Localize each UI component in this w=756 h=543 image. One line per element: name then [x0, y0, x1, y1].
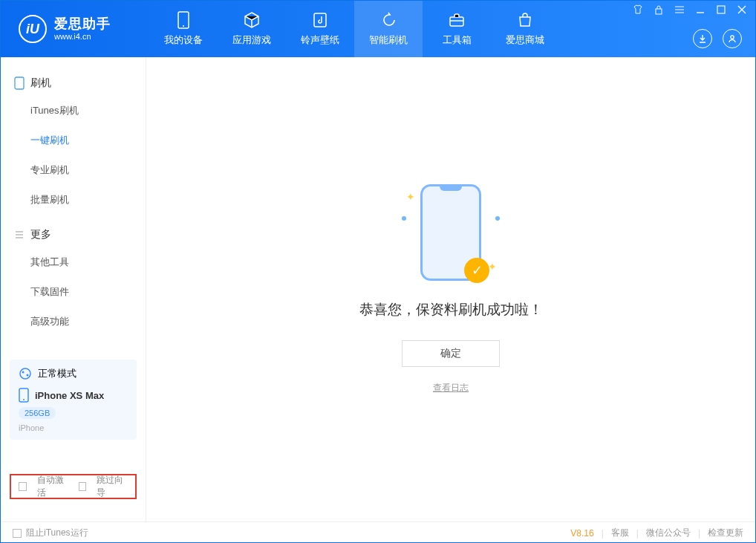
- version-label: V8.16: [570, 528, 593, 539]
- svg-point-10: [22, 371, 25, 374]
- logo-icon: iU: [19, 15, 47, 43]
- status-link-support[interactable]: 客服: [611, 527, 629, 539]
- tab-label: 爱思商城: [506, 33, 544, 47]
- user-button[interactable]: [723, 29, 742, 48]
- tab-smart-flash[interactable]: 智能刷机: [354, 1, 423, 57]
- main-content: ✦ ✦ ✓ 恭喜您，保资料刷机成功啦！ 确定 查看日志: [146, 57, 755, 521]
- svg-rect-5: [656, 9, 662, 14]
- header-right-actions: [693, 29, 742, 48]
- device-card[interactable]: iPhone XS Max 256GB iPhone: [10, 380, 137, 440]
- refresh-icon: [379, 11, 397, 29]
- mode-icon: [19, 367, 32, 380]
- sidebar-item-oneclick-flash[interactable]: 一键刷机: [30, 126, 146, 155]
- svg-point-7: [731, 36, 734, 39]
- bag-icon: [516, 11, 534, 29]
- sidebar-item-batch-flash[interactable]: 批量刷机: [30, 185, 146, 215]
- svg-point-9: [20, 368, 30, 379]
- app-body: 刷机 iTunes刷机 一键刷机 专业刷机 批量刷机 更多 其他工具 下载固件 …: [1, 57, 755, 521]
- shirt-icon[interactable]: [632, 4, 644, 16]
- app-name-en: www.i4.cn: [54, 32, 111, 41]
- tab-store[interactable]: 爱思商城: [491, 1, 559, 57]
- list-icon: [14, 230, 25, 240]
- auto-activate-label: 自动激活: [37, 474, 68, 499]
- view-log-link[interactable]: 查看日志: [433, 382, 469, 394]
- mode-label: 正常模式: [38, 367, 76, 380]
- ok-button[interactable]: 确定: [402, 340, 500, 367]
- window-controls: [632, 4, 748, 16]
- svg-point-1: [183, 25, 184, 27]
- device-icon: [175, 11, 192, 29]
- tab-label: 我的设备: [164, 33, 203, 47]
- skip-guide-checkbox[interactable]: [79, 482, 87, 491]
- device-name: iPhone XS Max: [35, 390, 104, 401]
- status-bar: 阻止iTunes运行 V8.16 | 客服 | 微信公众号 | 检查更新: [1, 521, 755, 543]
- lock-icon[interactable]: [653, 4, 665, 16]
- status-link-update[interactable]: 检查更新: [708, 527, 743, 539]
- tab-label: 智能刷机: [369, 33, 408, 47]
- app-logo: iU 爱思助手 www.i4.cn: [1, 1, 149, 57]
- checkmark-badge-icon: ✓: [464, 258, 489, 283]
- sidebar-item-pro-flash[interactable]: 专业刷机: [30, 155, 146, 185]
- music-icon: [311, 11, 329, 29]
- dot-icon: [402, 216, 406, 221]
- device-storage-badge: 256GB: [19, 407, 56, 419]
- sidebar-item-other-tools[interactable]: 其他工具: [30, 247, 146, 277]
- tab-apps-games[interactable]: 应用游戏: [218, 1, 286, 57]
- cube-icon: [243, 11, 261, 29]
- sidebar-group-more: 更多: [1, 222, 146, 247]
- sidebar-group-flash: 刷机: [1, 71, 146, 96]
- bottom-options-highlighted: 自动激活 跳过向导: [10, 474, 137, 499]
- maximize-icon[interactable]: [715, 4, 727, 16]
- sidebar-group-label: 更多: [30, 228, 51, 241]
- svg-rect-4: [450, 17, 463, 26]
- minimize-icon[interactable]: [694, 4, 706, 16]
- skip-guide-label: 跳过向导: [97, 474, 128, 499]
- svg-rect-8: [15, 77, 24, 89]
- success-message: 恭喜您，保资料刷机成功啦！: [359, 300, 543, 319]
- tab-label: 铃声壁纸: [301, 33, 339, 47]
- sidebar-item-itunes-flash[interactable]: iTunes刷机: [30, 96, 146, 126]
- svg-point-11: [27, 374, 29, 377]
- stop-itunes-label: 阻止iTunes运行: [26, 527, 88, 539]
- svg-rect-6: [717, 6, 725, 13]
- status-link-wechat[interactable]: 微信公众号: [646, 527, 691, 539]
- main-tabs: 我的设备 应用游戏 铃声壁纸 智能刷机 工具箱 爱思商城: [149, 1, 559, 57]
- auto-activate-checkbox[interactable]: [19, 482, 27, 491]
- toolbox-icon: [448, 11, 466, 29]
- app-header: iU 爱思助手 www.i4.cn 我的设备 应用游戏 铃声壁纸 智能刷机 工具…: [1, 1, 755, 57]
- sidebar-item-download-firmware[interactable]: 下载固件: [30, 277, 146, 307]
- sidebar-group-label: 刷机: [30, 77, 51, 90]
- tab-label: 工具箱: [443, 33, 472, 47]
- phone-outline-icon: [14, 77, 25, 90]
- dot-icon: [495, 216, 500, 221]
- tab-toolbox[interactable]: 工具箱: [423, 1, 491, 57]
- tab-ringtones-wallpapers[interactable]: 铃声壁纸: [286, 1, 354, 57]
- sidebar: 刷机 iTunes刷机 一键刷机 专业刷机 批量刷机 更多 其他工具 下载固件 …: [1, 57, 146, 521]
- device-type: iPhone: [19, 423, 44, 432]
- sparkle-icon: ✦: [406, 191, 415, 203]
- svg-point-13: [23, 399, 25, 400]
- close-icon[interactable]: [736, 4, 748, 16]
- tab-label: 应用游戏: [232, 33, 271, 47]
- app-name-cn: 爱思助手: [54, 17, 111, 32]
- success-illustration: ✦ ✦ ✓: [420, 184, 481, 281]
- tab-my-device[interactable]: 我的设备: [149, 1, 218, 57]
- download-button[interactable]: [693, 29, 712, 48]
- device-phone-icon: [19, 388, 29, 403]
- stop-itunes-checkbox[interactable]: [13, 529, 22, 538]
- sidebar-item-advanced[interactable]: 高级功能: [30, 307, 146, 336]
- menu-icon[interactable]: [674, 4, 685, 16]
